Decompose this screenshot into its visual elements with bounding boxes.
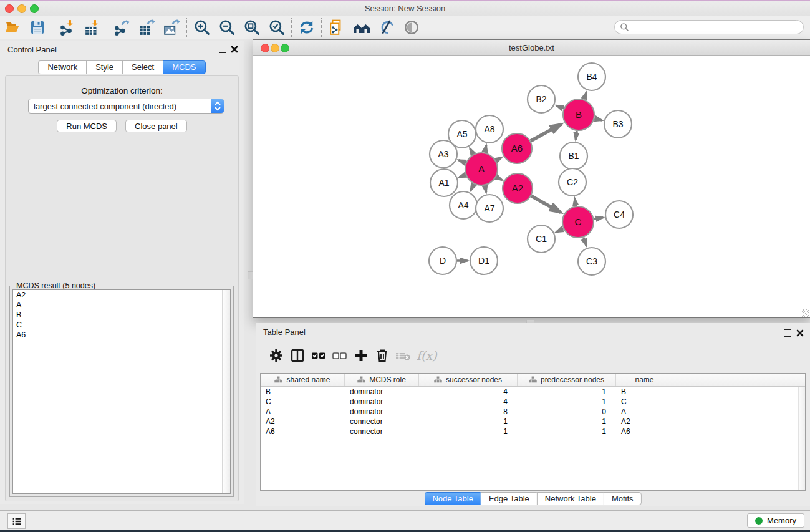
show-hide-panels-button[interactable] [399, 17, 424, 37]
table-row[interactable]: Bdominator41B [261, 387, 805, 397]
tab-mcds[interactable]: MCDS [163, 60, 205, 74]
mcds-result-item[interactable]: A2 [13, 290, 230, 300]
graph-edge-C-C2[interactable] [575, 198, 576, 206]
graph-node-A4[interactable]: A4 [450, 191, 477, 219]
graph-edge-A-A7[interactable] [485, 185, 486, 192]
network-graph[interactable]: B4B2BB3A5A8A6B1A3AC2A1A2A4A7C4CC1C3DD1 [253, 56, 809, 316]
graph-edge-B-B3[interactable] [594, 118, 602, 120]
select-stepper[interactable] [211, 99, 224, 113]
table-settings-button[interactable] [266, 345, 287, 366]
column-header[interactable]: MCDS role [345, 374, 419, 386]
table-scrollbar[interactable] [798, 387, 805, 490]
export-image-button[interactable] [160, 17, 185, 37]
mcds-result-item[interactable]: B [13, 310, 230, 320]
table-cell[interactable]: dominator [345, 387, 419, 397]
table-row[interactable]: A6connector11A6 [261, 427, 805, 437]
table-row[interactable]: Adominator80A [261, 407, 805, 417]
function-builder-button[interactable]: f(x) [417, 349, 437, 362]
import-table-button[interactable] [80, 17, 105, 37]
mcds-result-item[interactable]: C [13, 320, 230, 330]
window-resize-grip[interactable] [802, 309, 809, 317]
graph-edge-B-B2[interactable] [556, 105, 564, 109]
tab-network-table[interactable]: Network Table [537, 492, 604, 505]
graph-node-C1[interactable]: C1 [528, 225, 555, 253]
graph-edge-A-A6[interactable] [496, 157, 501, 160]
zoom-out-button[interactable] [215, 17, 239, 37]
graph-node-B[interactable]: B [563, 99, 594, 130]
zoom-selected-button[interactable] [264, 17, 289, 37]
table-row[interactable]: A2connector11A2 [261, 417, 805, 427]
graph-node-B2[interactable]: B2 [528, 85, 555, 113]
show-hide-details-button[interactable] [374, 17, 399, 37]
graph-edge-A-A4[interactable] [471, 184, 474, 190]
table-cell[interactable]: 1 [419, 417, 518, 427]
open-session-button[interactable] [0, 17, 25, 37]
table-cell[interactable]: C [616, 397, 673, 407]
tab-edge-table[interactable]: Edge Table [481, 492, 537, 505]
column-header[interactable]: predecessor nodes [518, 374, 616, 386]
table-cell[interactable]: 8 [419, 407, 518, 417]
graph-edge-A6-B[interactable] [531, 124, 561, 141]
close-panel-button[interactable]: Close panel [125, 120, 187, 132]
table-cell[interactable]: 1 [518, 387, 616, 397]
table-cell[interactable]: dominator [345, 397, 419, 407]
table-cell[interactable]: 1 [518, 397, 616, 407]
mcds-result-list[interactable]: A2ABCA6 [12, 289, 231, 494]
graph-node-D[interactable]: D [429, 247, 456, 274]
graph-node-B4[interactable]: B4 [578, 63, 605, 90]
graph-edge-B-B4[interactable] [584, 92, 586, 100]
zoom-fit-button[interactable] [239, 17, 264, 37]
graph-node-A[interactable]: A [465, 153, 498, 185]
run-mcds-button[interactable]: Run MCDS [57, 120, 117, 132]
optimization-criterion-select[interactable]: largest connected component (directed) [28, 99, 224, 114]
table-cell[interactable]: dominator [345, 407, 419, 417]
apply-layout-button[interactable] [294, 17, 319, 37]
search-field[interactable] [614, 20, 804, 34]
graph-node-A1[interactable]: A1 [430, 169, 458, 196]
close-table-panel-icon[interactable] [796, 329, 804, 337]
graph-node-A7[interactable]: A7 [476, 195, 503, 222]
table-cell[interactable]: 4 [419, 397, 518, 407]
tab-node-table[interactable]: Node Table [424, 492, 481, 505]
graph-edge-A-A3[interactable] [458, 160, 465, 163]
table-cell[interactable]: B [616, 387, 673, 397]
create-column-button[interactable] [350, 345, 372, 366]
table-cell[interactable]: A [261, 407, 345, 417]
network-canvas[interactable]: B4B2BB3A5A8A6B1A3AC2A1A2A4A7C4CC1C3DD1 [253, 56, 810, 317]
table-cell[interactable]: 1 [419, 427, 518, 437]
table-cell[interactable]: 1 [518, 417, 616, 427]
table-cell[interactable]: 0 [518, 407, 616, 417]
graph-edge-A-A1[interactable] [460, 175, 466, 177]
table-cell[interactable]: A [616, 407, 673, 417]
graph-node-C2[interactable]: C2 [559, 168, 586, 196]
graph-edge-C-C3[interactable] [584, 238, 587, 246]
delete-column-button[interactable] [372, 345, 393, 366]
graph-node-A8[interactable]: A8 [476, 115, 503, 143]
zoom-in-button[interactable] [190, 17, 215, 37]
table-cell[interactable]: connector [345, 427, 419, 437]
graph-edge-A-A8[interactable] [485, 145, 486, 153]
graph-edge-A-A5[interactable] [470, 148, 473, 154]
graph-edge-B-B1[interactable] [576, 131, 577, 140]
graph-node-B1[interactable]: B1 [560, 142, 587, 170]
graph-node-A6[interactable]: A6 [502, 133, 532, 163]
list-scrollbar[interactable] [222, 290, 230, 493]
home-button[interactable] [349, 17, 374, 37]
export-table-button[interactable] [135, 17, 160, 37]
graph-edge-C-C4[interactable] [594, 218, 604, 220]
memory-button[interactable]: Memory [747, 513, 804, 528]
graph-node-C4[interactable]: C4 [605, 201, 633, 228]
graph-edge-A2-C[interactable] [531, 196, 561, 212]
import-network-button[interactable] [55, 17, 80, 37]
task-history-button[interactable] [7, 513, 26, 529]
tab-select[interactable]: Select [122, 60, 163, 74]
table-cell[interactable]: A6 [616, 427, 673, 437]
column-header[interactable]: successor nodes [419, 374, 518, 386]
graph-edge-A-A2[interactable] [496, 177, 502, 180]
graph-node-D1[interactable]: D1 [470, 247, 498, 274]
graph-node-B3[interactable]: B3 [604, 110, 632, 138]
mcds-result-item[interactable]: A [13, 300, 230, 310]
table-row[interactable]: Cdominator41C [261, 397, 805, 407]
float-panel-icon[interactable] [219, 46, 226, 53]
table-cell[interactable]: 1 [518, 427, 616, 437]
